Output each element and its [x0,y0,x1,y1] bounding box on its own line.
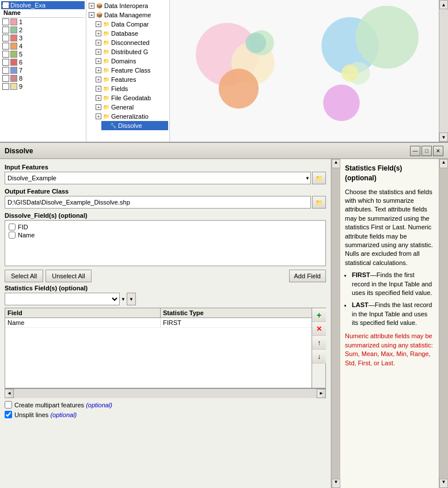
select-all-btn[interactable]: Select All [5,270,43,282]
stats-add-btn[interactable]: + [312,308,326,322]
output-fc-browse[interactable]: 📁 [312,196,326,209]
help-scroll-track [439,168,448,479]
tree-item-checkbox-9[interactable] [2,83,9,90]
toolbox-item-12[interactable]: + 📁 Generalizatio [94,112,168,121]
toolbox-item-1[interactable]: + 📦 Data Manageme [88,10,168,20]
toolbox-item-7[interactable]: + 📁 Feature Class [94,66,168,75]
toolbox-item-2[interactable]: + 📁 Data Compar [94,20,168,29]
stats-field-select[interactable] [5,293,120,305]
expand-btn-6[interactable]: + [96,58,101,64]
scroll-down-btn[interactable]: ▼ [439,133,448,142]
tree-item-6[interactable]: 6 [1,58,85,66]
scroll-up-btn[interactable]: ▲ [439,0,448,9]
expand-btn-12[interactable]: + [96,114,101,119]
input-features-browse[interactable]: 📁 [312,172,326,184]
horiz-scroll-left[interactable]: ◄ [5,389,14,398]
horiz-scroll-track[interactable] [14,389,317,398]
tree-item-9[interactable]: 9 [1,82,85,90]
close-btn[interactable]: ✕ [433,146,443,156]
tree-item-checkbox-1[interactable] [2,18,9,25]
tree-item-label-8: 8 [19,75,22,82]
tree-item-checkbox-4[interactable] [2,43,9,50]
stats-table-row-0[interactable]: Name FIRST [5,318,312,328]
tree-item-checkbox-8[interactable] [2,75,9,82]
maximize-btn[interactable]: □ [422,146,432,156]
toolbox-icon-7: 📁 [102,66,110,74]
top-right-scrollbar[interactable]: ▲ ▼ [439,0,448,142]
minimize-btn[interactable]: — [410,146,420,156]
toolbox-item-0[interactable]: + 📦 Data Interopera [88,1,168,10]
unsplit-lines-checkbox[interactable] [5,411,12,418]
expand-btn-3[interactable]: + [96,31,101,36]
tree-item-checkbox-6[interactable] [2,59,9,66]
form-scrollbar[interactable]: ▲ ▼ [331,159,340,488]
toolbox-item-11[interactable]: + 📁 General [94,103,168,112]
field-name-checkbox[interactable] [9,232,16,239]
tree-item-checkbox-5[interactable] [2,51,9,58]
tree-header-name: Disolve_Exa [10,2,45,9]
tree-item-label-5: 5 [19,51,22,58]
tree-item-color-6 [10,59,17,66]
toolbox-label-0: Data Interopera [104,2,148,9]
help-scroll-up[interactable]: ▲ [439,159,448,168]
form-scroll-down[interactable]: ▼ [332,479,340,488]
tree-item-3[interactable]: 3 [1,34,85,42]
expand-btn-9[interactable]: + [96,86,101,92]
toolbox-item-10[interactable]: + 📁 File Geodatab [94,93,168,103]
help-panel: Statistics Field(s) (optional) Choose th… [340,159,439,488]
toolbox-item-8[interactable]: + 📁 Features [94,75,168,84]
toolbox-label-6: Domains [111,58,136,65]
tree-item-5[interactable]: 5 [1,50,85,58]
help-scroll-down[interactable]: ▼ [439,479,448,488]
create-multipart-checkbox[interactable] [5,401,12,408]
tree-item-checkbox-7[interactable] [2,67,9,74]
stats-dropdown-row: ▼ ▼ [5,293,326,305]
expand-btn-0[interactable]: + [89,3,94,9]
tree-item-label-6: 6 [19,59,22,66]
field-fid-checkbox[interactable] [9,224,16,230]
stats-up-btn[interactable]: ↑ [312,336,326,350]
expand-btn-8[interactable]: + [96,77,101,82]
header-checkbox[interactable]: ✓ [2,2,9,9]
tree-items-container: 1 2 3 4 5 6 7 8 [1,18,85,90]
output-fc-input[interactable] [5,196,311,209]
unselect-all-btn[interactable]: Unselect All [45,270,91,282]
toolbox-item-5[interactable]: + 📁 Distributed G [94,47,168,56]
expand-btn-5[interactable]: + [96,49,101,55]
stats-dropdown-scroll[interactable]: ▼ [127,293,136,305]
tree-item-color-7 [10,67,17,74]
tree-item-7[interactable]: 7 [1,66,85,74]
tree-item-checkbox-3[interactable] [2,35,9,41]
toolbox-item-9[interactable]: + 📁 Fields [94,84,168,93]
svg-point-4 [219,69,259,108]
circles-svg [170,0,439,142]
horiz-scroll-right[interactable]: ► [317,389,326,398]
stats-down-btn[interactable]: ↓ [312,350,326,364]
unsplit-lines-label: Unsplit lines (optional) [14,411,77,418]
toolbox-icon-13: 🔧 [109,122,117,130]
add-field-btn[interactable]: Add Field [289,270,326,282]
tree-item-4[interactable]: 4 [1,42,85,50]
tree-item-1[interactable]: 1 [1,18,85,26]
toolbox-item-6[interactable]: + 📁 Domains [94,56,168,66]
expand-btn-1[interactable]: + [89,12,94,18]
field-fid-label: FID [18,224,28,230]
stats-remove-btn[interactable]: ✕ [312,322,326,336]
input-features-input[interactable]: Disolve_Example [5,172,311,184]
expand-btn-4[interactable]: + [96,40,101,46]
tree-item-color-3 [10,35,17,41]
expand-btn-7[interactable]: + [96,67,101,73]
help-scrollbar[interactable]: ▲ ▼ [439,159,448,488]
expand-btn-11[interactable]: + [96,104,101,110]
tree-item-checkbox-2[interactable] [2,27,9,33]
tree-item-8[interactable]: 8 [1,74,85,82]
toolbox-item-3[interactable]: + 📁 Database [94,29,168,38]
expand-btn-2[interactable]: + [96,21,101,27]
toolbox-item-13[interactable]: 🔧 Dissolve [101,121,168,130]
expand-btn-10[interactable]: + [96,95,101,101]
toolbox-item-4[interactable]: + 📁 Disconnected [94,38,168,47]
buttons-row: Select All Unselect All Add Field [5,270,326,282]
form-scroll-up[interactable]: ▲ [332,159,340,168]
svg-point-9 [323,85,359,121]
tree-item-2[interactable]: 2 [1,26,85,34]
